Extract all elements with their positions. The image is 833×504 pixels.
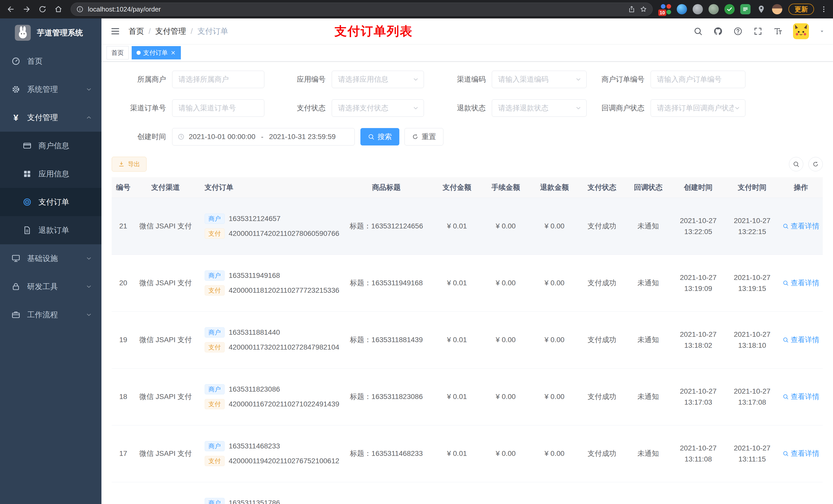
logo-image bbox=[15, 25, 31, 41]
browser-update-button[interactable]: 更新 bbox=[788, 4, 814, 15]
cell-amount: ¥ 0.01 bbox=[433, 425, 481, 482]
magnifier-icon bbox=[783, 280, 789, 286]
cell-refund bbox=[530, 482, 579, 504]
reset-button[interactable]: 重置 bbox=[404, 128, 444, 145]
channel-order-no-input[interactable] bbox=[172, 99, 264, 117]
extension-blue-icon[interactable] bbox=[676, 4, 688, 15]
close-icon[interactable] bbox=[170, 50, 176, 55]
filter-label-notify-status: 回调商户状态 bbox=[587, 103, 651, 113]
docs-help-icon[interactable] bbox=[733, 26, 743, 36]
create-time-range-picker[interactable]: 2021-10-01 00:00:00 - 2021-10-31 23:59:5… bbox=[172, 128, 355, 145]
cell-create-time: 2021-10-2713:11:08 bbox=[671, 425, 725, 482]
table-body: 21 微信 JSAPI 支付 商户 1635312124657 支付 42000… bbox=[112, 198, 823, 504]
merchant-no: 1635311823086 bbox=[229, 385, 280, 393]
cell-notify-status: 未通知 bbox=[625, 198, 671, 255]
browser-home-button[interactable] bbox=[51, 2, 66, 16]
magnifier-icon bbox=[783, 223, 789, 229]
user-avatar[interactable] bbox=[793, 23, 809, 39]
merchant-tag: 商户 bbox=[205, 214, 224, 224]
avatar-caret-icon[interactable] bbox=[819, 28, 825, 34]
view-detail-link[interactable]: 查看详情 bbox=[783, 335, 819, 345]
breadcrumb-payment[interactable]: 支付管理 bbox=[155, 26, 186, 37]
chevron-down-icon bbox=[86, 86, 92, 93]
notify-status-select[interactable]: 请选择订单回调商户状态 bbox=[651, 99, 745, 117]
pay-order-table: 编号 支付渠道 支付订单 商品标题 支付金额 手续金额 退款金额 支付状态 回调… bbox=[112, 177, 823, 504]
cell-pay-status: 支付成功 bbox=[579, 425, 625, 482]
pay-tag: 支付 bbox=[205, 229, 224, 239]
url-text[interactable]: localhost:1024/pay/order bbox=[88, 5, 161, 13]
cell-title: 标题：1635311949168 bbox=[340, 255, 433, 311]
extension-chat-icon[interactable] bbox=[740, 4, 751, 15]
view-detail-link[interactable]: 查看详情 bbox=[783, 449, 819, 458]
payment-submenu: 商户信息 应用信息 支付订单 退款订单 bbox=[0, 131, 101, 244]
header-search-icon[interactable] bbox=[693, 26, 703, 36]
clock-icon bbox=[177, 133, 185, 140]
cell-notify-status: 未通知 bbox=[625, 368, 671, 425]
extension-sage-icon[interactable] bbox=[708, 4, 719, 15]
page-annotation: 支付订单列表 bbox=[335, 23, 413, 40]
breadcrumb-home[interactable]: 首页 bbox=[128, 26, 144, 37]
channel-code-select[interactable]: 请输入渠道编码 bbox=[492, 71, 587, 88]
tab-home[interactable]: 首页 bbox=[106, 46, 128, 59]
view-detail-link[interactable]: 查看详情 bbox=[783, 221, 819, 231]
pay-status-select[interactable]: 请选择支付状态 bbox=[332, 99, 424, 117]
browser-forward-button[interactable] bbox=[20, 2, 34, 16]
cell-pay-status: 支付成功 bbox=[579, 311, 625, 368]
share-icon[interactable] bbox=[628, 5, 636, 13]
sidebar-item-merchant-info[interactable]: 商户信息 bbox=[0, 131, 101, 160]
view-detail-link[interactable]: 查看详情 bbox=[783, 278, 819, 288]
extension-colorful-icon[interactable]: 10 bbox=[660, 4, 672, 15]
sidebar-item-infrastructure[interactable]: 基础设施 bbox=[0, 244, 101, 272]
export-button[interactable]: 导出 bbox=[112, 157, 146, 172]
cell-pay-time: 2021-10-2713:11:15 bbox=[725, 425, 779, 482]
cell-fee: ¥ 0.00 bbox=[481, 425, 530, 482]
sidebar-item-refund-order[interactable]: 退款订单 bbox=[0, 216, 101, 244]
extension-avatar-icon[interactable] bbox=[771, 4, 783, 15]
pay-tag: 支付 bbox=[205, 456, 224, 466]
tab-pay-order[interactable]: 支付订单 bbox=[132, 46, 181, 59]
font-size-icon[interactable] bbox=[773, 26, 783, 36]
browser-menu-icon[interactable] bbox=[818, 4, 829, 15]
cell-id: 18 bbox=[112, 368, 135, 425]
cell-amount: ¥ 0.01 bbox=[433, 311, 481, 368]
sidebar-item-workflow[interactable]: 工作流程 bbox=[0, 301, 101, 329]
cell-create-time: 2021-10-2713:18:02 bbox=[671, 311, 725, 368]
view-detail-link[interactable]: 查看详情 bbox=[783, 392, 819, 402]
sidebar-item-pay-order[interactable]: 支付订单 bbox=[0, 188, 101, 216]
address-bar[interactable]: localhost:1024/pay/order bbox=[71, 3, 653, 16]
refresh-table-button[interactable] bbox=[808, 157, 823, 171]
browser-reload-button[interactable] bbox=[35, 2, 50, 16]
bookmark-star-icon[interactable] bbox=[640, 5, 647, 13]
cell-pay-order: 商户 1635311881440 支付 42000011732021102728… bbox=[196, 311, 340, 368]
sidebar-item-home[interactable]: 首页 bbox=[0, 47, 101, 75]
merchant-tag: 商户 bbox=[205, 327, 224, 338]
merchant-input[interactable] bbox=[172, 71, 264, 88]
fullscreen-icon[interactable] bbox=[753, 26, 763, 36]
sidebar-item-dev-tools[interactable]: 研发工具 bbox=[0, 272, 101, 301]
sidebar-item-system[interactable]: 系统管理 bbox=[0, 75, 101, 103]
table-row: 19 微信 JSAPI 支付 商户 1635311881440 支付 42000… bbox=[112, 311, 823, 368]
breadcrumb: 首页 / 支付管理 / 支付订单 bbox=[128, 26, 228, 37]
search-button[interactable]: 搜索 bbox=[360, 128, 399, 145]
browser-back-button[interactable] bbox=[4, 2, 18, 16]
target-icon bbox=[23, 197, 32, 207]
sidebar-item-app-info[interactable]: 应用信息 bbox=[0, 160, 101, 188]
table-row: 商户 1635311351786 支付 标题： bbox=[112, 482, 823, 504]
extension-pin-icon[interactable] bbox=[756, 4, 767, 15]
toggle-search-button[interactable] bbox=[789, 157, 803, 171]
cell-create-time: 2021-10-2713:22:05 bbox=[671, 198, 725, 255]
cell-create-time: 2021-10-2713:19:09 bbox=[671, 255, 725, 311]
extension-check-icon[interactable] bbox=[724, 4, 735, 15]
filter-label-refund-status: 退款状态 bbox=[424, 103, 492, 113]
site-info-icon[interactable] bbox=[76, 5, 84, 13]
merchant-order-no-input[interactable] bbox=[651, 71, 745, 88]
sidebar-item-payment[interactable]: ¥ 支付管理 bbox=[0, 103, 101, 131]
sidebar-toggle-icon[interactable] bbox=[110, 26, 121, 37]
app-no-select[interactable]: 请选择应用信息 bbox=[332, 71, 424, 88]
grid-icon bbox=[23, 169, 32, 178]
lock-icon bbox=[11, 282, 21, 291]
refund-status-select[interactable]: 请选择退款状态 bbox=[492, 99, 587, 117]
github-icon[interactable] bbox=[713, 26, 723, 36]
cell-fee: ¥ 0.00 bbox=[481, 198, 530, 255]
extension-grey-icon[interactable] bbox=[692, 4, 704, 15]
